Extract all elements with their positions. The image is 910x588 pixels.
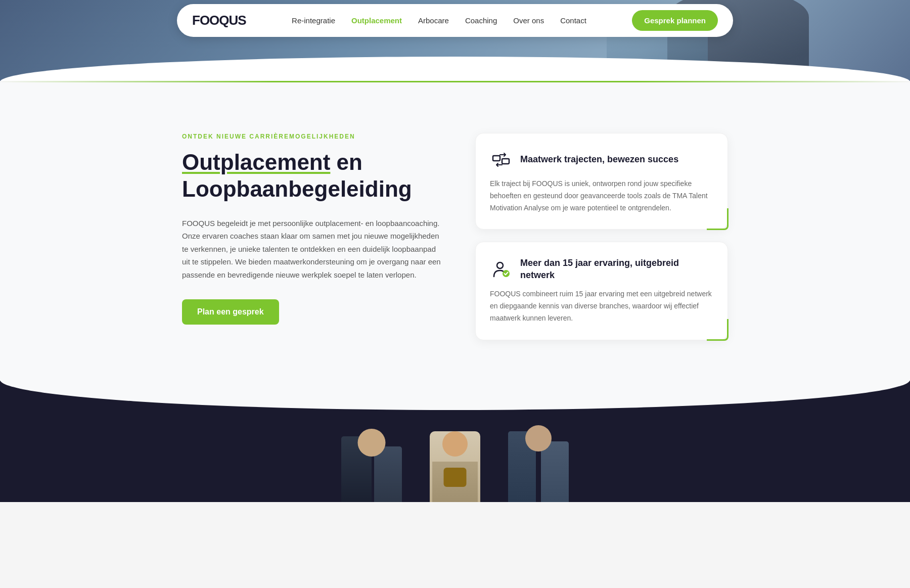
gesprek-plannen-button[interactable]: Gesprek plannen bbox=[632, 10, 718, 31]
card-1-text: Elk traject bij FOOQUS is uniek, ontworp… bbox=[490, 178, 713, 214]
nav-item-outplacement[interactable]: Outplacement bbox=[351, 16, 402, 25]
card-2-text: FOOQUS combineert ruim 15 jaar ervaring … bbox=[490, 288, 713, 324]
plan-gesprek-button[interactable]: Plan een gesprek bbox=[182, 299, 279, 325]
person-figure-right bbox=[503, 401, 574, 502]
nav-links: Re-integratie Outplacement Arbocare Coac… bbox=[292, 16, 586, 25]
svg-point-2 bbox=[497, 262, 503, 268]
subtitle-label: ONTDEK NIEUWE CARRIÈREMOGELIJKHEDEN bbox=[182, 133, 445, 140]
money-exchange-icon bbox=[490, 149, 512, 171]
card-1-header: Maatwerk trajecten, bewezen succes bbox=[490, 149, 713, 171]
card-1-title: Maatwerk trajecten, bewezen succes bbox=[520, 154, 678, 165]
person-check-icon bbox=[490, 258, 512, 281]
main-description: FOOQUS begeleidt je met persoonlijke out… bbox=[182, 217, 445, 282]
nav-item-re-integratie[interactable]: Re-integratie bbox=[292, 16, 335, 25]
navbar: FOOQUS Re-integratie Outplacement Arboca… bbox=[177, 4, 733, 37]
nav-item-contact[interactable]: Contact bbox=[560, 16, 586, 25]
person-figure-middle bbox=[417, 401, 493, 502]
content-wrapper: ONTDEK NIEUWE CARRIÈREMOGELIJKHEDEN Outp… bbox=[152, 113, 758, 360]
card-ervaring: Meer dan 15 jaar ervaring, uitgebreid ne… bbox=[475, 242, 728, 340]
heading-outplacement: Outplacement bbox=[182, 150, 330, 174]
bottom-photo-section bbox=[0, 381, 910, 502]
nav-item-arbocare[interactable]: Arbocare bbox=[418, 16, 449, 25]
person-figure-left bbox=[336, 401, 407, 502]
right-column: Maatwerk trajecten, bewezen succes Elk t… bbox=[475, 133, 728, 340]
left-column: ONTDEK NIEUWE CARRIÈREMOGELIJKHEDEN Outp… bbox=[182, 133, 445, 325]
bottom-people bbox=[303, 401, 607, 502]
svg-rect-0 bbox=[493, 156, 500, 161]
hero-section: FOOQUS Re-integratie Outplacement Arboca… bbox=[0, 0, 910, 81]
main-content: ONTDEK NIEUWE CARRIÈREMOGELIJKHEDEN Outp… bbox=[0, 82, 910, 502]
main-heading: Outplacement enLoopbaanbegeleiding bbox=[182, 149, 445, 203]
nav-item-coaching[interactable]: Coaching bbox=[465, 16, 497, 25]
svg-rect-1 bbox=[502, 159, 509, 164]
logo: FOOQUS bbox=[192, 13, 246, 28]
card-2-header: Meer dan 15 jaar ervaring, uitgebreid ne… bbox=[490, 257, 713, 281]
nav-item-over-ons[interactable]: Over ons bbox=[513, 16, 544, 25]
card-2-title: Meer dan 15 jaar ervaring, uitgebreid ne… bbox=[520, 257, 713, 281]
card-maatwerk: Maatwerk trajecten, bewezen succes Elk t… bbox=[475, 133, 728, 230]
